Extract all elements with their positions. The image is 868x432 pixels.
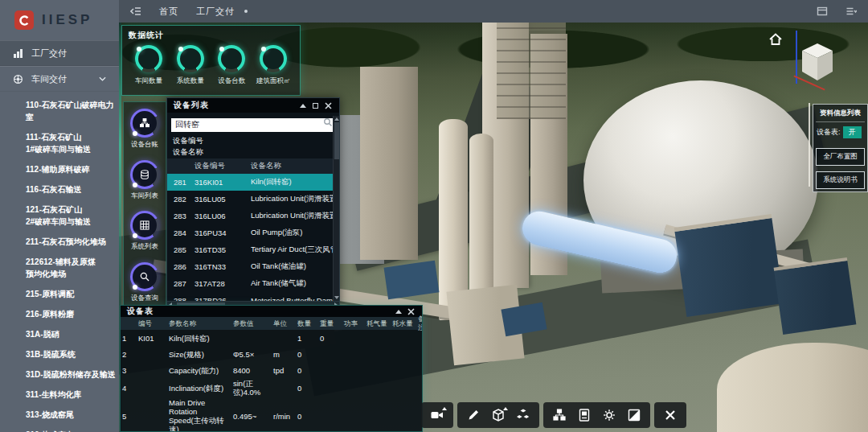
equipment-row[interactable]: 282 316LU05 Lubrication Unit(润滑装置): [167, 191, 333, 208]
param-weight: [318, 387, 342, 389]
sidebar-workshop-item[interactable]: 216-原料粉磨: [24, 308, 119, 320]
menu-home[interactable]: 首页: [159, 6, 178, 18]
dock-workshop-list[interactable]: 车间列表: [130, 160, 159, 201]
sidebar-workshop-item[interactable]: 111-石灰石矿山 1#破碎车间与输送: [24, 131, 119, 155]
brand: IIESP: [0, 0, 119, 40]
dock-equipment-search[interactable]: 设备查询: [130, 262, 159, 303]
sidebar-workshop-item[interactable]: 31D-脱硫粉剂储存及输送: [24, 368, 119, 381]
equipment-row-no: 286: [167, 262, 193, 271]
param-weight: [318, 353, 342, 355]
view-cube[interactable]: [799, 42, 836, 85]
param-water: [391, 415, 416, 417]
device-table-row[interactable]: 1 KI01 Kiln(回转窑) 1 0: [121, 330, 422, 346]
sidebar-workshop-item[interactable]: 110-石灰石矿山破碎电力室: [24, 99, 119, 123]
sidebar-workshop-item[interactable]: 215-原料调配: [24, 288, 119, 300]
collapse-sidebar-icon[interactable]: [130, 6, 141, 17]
sidebar-workshop-item[interactable]: 212612-辅料及原煤 预均化堆场: [24, 256, 119, 280]
gear-button[interactable]: [600, 405, 619, 425]
system-manual-button[interactable]: 系统说明书: [816, 171, 865, 189]
filter-labels: 设备编号 设备名称: [167, 134, 339, 158]
device-table-toggle-row: 设备表: 开: [816, 122, 865, 142]
toggle-label: 设备表:: [817, 127, 841, 138]
vertical-scrollbar[interactable]: [333, 116, 339, 301]
sidebar-workshop-item[interactable]: 316-烧成窑中: [24, 429, 119, 432]
equipment-row[interactable]: 286 316TN33 Oil Tank(储油罐): [167, 258, 333, 275]
close-toolbar-button[interactable]: [661, 405, 680, 425]
search-icon[interactable]: [323, 117, 333, 127]
hierarchy-button[interactable]: [550, 405, 569, 425]
equipment-row-code: 316KI01: [193, 178, 251, 187]
device-table-col: 重量: [318, 319, 342, 329]
equipment-list-titlebar[interactable]: 设备列表: [167, 98, 339, 113]
collapse-icon[interactable]: [298, 101, 307, 110]
equipment-row-no: 287: [167, 279, 193, 288]
device-table-row[interactable]: 3 Capacity(能力) 8400 tpd 0: [121, 362, 422, 378]
device-table-row[interactable]: 5 Main Drive Rotation Speed(主传动转速) 0.495…: [121, 397, 422, 432]
sidebar-item-factory-delivery[interactable]: 工厂交付: [0, 40, 119, 66]
menu-factory-delivery[interactable]: 工厂交付: [196, 6, 235, 18]
equipment-row[interactable]: 281 316KI01 Kiln(回转窑): [167, 174, 333, 191]
cube-explode-button[interactable]: [514, 405, 533, 425]
sidebar-workshop-item-label: 110-石灰石矿山破碎电力室: [24, 99, 119, 123]
sidebar-workshop-item[interactable]: 311-生料均化库: [24, 389, 119, 401]
close-icon[interactable]: [407, 307, 416, 316]
toggle-on-badge[interactable]: 开: [843, 126, 862, 138]
equipment-row[interactable]: 288 317BD26 Moterized Butterfly Dampe: [167, 292, 333, 302]
close-icon[interactable]: [324, 101, 333, 110]
screenshot-card-button[interactable]: [575, 405, 594, 425]
param-value: Φ5.5×: [231, 349, 272, 360]
cube-pan-button[interactable]: [489, 405, 508, 425]
sidebar-workshop-list: 110-石灰石矿山破碎电力室 111-石灰石矿山 1#破碎车间与输送 112-辅…: [0, 92, 119, 432]
scene-light-pole: [809, 103, 810, 187]
gauge-ring: [177, 45, 204, 72]
iiesp-logo-icon: [14, 10, 34, 30]
param-index: 3: [121, 365, 137, 376]
filter-equipment-name[interactable]: 设备名称: [173, 146, 334, 158]
scroll-thumb[interactable]: [334, 122, 339, 159]
sidebar-item-workshop-delivery[interactable]: 车间交付: [0, 66, 119, 92]
equipment-table-header: # 设备编号 设备名称: [167, 158, 333, 174]
equipment-row-name: Moterized Butterfly Dampe: [251, 296, 333, 302]
menu-caret-icon[interactable]: [845, 6, 857, 17]
equipment-row-name: Oil Tank(储油罐): [251, 261, 333, 272]
dock-equipment-ledger[interactable]: 设备台账: [130, 109, 159, 150]
sidebar-workshop-item[interactable]: 112-辅助原料破碎: [24, 163, 119, 175]
param-value: 0.495~: [231, 411, 272, 422]
sidebar-workshop-item[interactable]: 313-烧成窑尾: [24, 409, 119, 421]
sidebar-workshop-item[interactable]: 31A-脱硝: [24, 328, 119, 340]
image-contrast-button[interactable]: [624, 405, 644, 425]
plant-layout-button[interactable]: 全厂布置图: [816, 148, 865, 166]
home-icon[interactable]: [768, 32, 783, 47]
device-table-row[interactable]: 4 Inclination(斜度) sin(正弦)4.0% 0: [121, 378, 422, 397]
sidebar-workshop-item[interactable]: 116-石灰石输送: [24, 183, 119, 195]
filter-equipment-no[interactable]: 设备编号: [173, 135, 334, 146]
sidebar-workshop-item[interactable]: 121-石灰石矿山 2#破碎车间与输送: [24, 204, 119, 228]
equipment-row[interactable]: 285 316TD35 Tertiary Air Duct(三次风管): [167, 241, 333, 258]
gauge-workshop-count: 车间数量: [129, 45, 169, 86]
equipment-row[interactable]: 287 317AT28 Air Tank(储气罐): [167, 275, 333, 292]
panel-icon[interactable]: [817, 6, 828, 17]
device-table-row[interactable]: 2 Size(规格) Φ5.5× m 0: [121, 346, 422, 362]
sidebar-workshop-item[interactable]: 211-石灰石预均化堆场: [24, 236, 119, 248]
equipment-row[interactable]: 283 316LU06 Lubrication Unit(润滑装置): [167, 208, 333, 224]
equipment-row-name: Lubrication Unit(润滑装置): [251, 211, 333, 221]
dock-system-list[interactable]: 系统列表: [130, 211, 159, 252]
param-qty: 1: [296, 333, 318, 344]
device-table-rows: 1 KI01 Kiln(回转窑) 1 0 2 Size(规格): [121, 330, 422, 432]
equipment-row[interactable]: 284 316PU34 Oil Pump(油泵): [167, 224, 333, 241]
scroll-up-icon[interactable]: [334, 117, 339, 121]
collapse-icon[interactable]: [394, 307, 403, 316]
device-table-col: 耗气量: [365, 319, 391, 329]
param-unit: tpd: [272, 365, 296, 376]
param-code: [137, 353, 167, 355]
video-camera-button[interactable]: [428, 405, 447, 425]
device-table-titlebar[interactable]: 设备表: [121, 306, 422, 317]
param-power: [342, 337, 365, 339]
pencil-button[interactable]: [464, 405, 483, 425]
maximize-icon[interactable]: [311, 101, 320, 110]
param-name: Main Drive Rotation Speed(主传动转速): [167, 397, 231, 432]
equipment-search-input[interactable]: [171, 118, 335, 132]
sidebar-workshop-item[interactable]: 31B-脱硫系统: [24, 348, 119, 360]
param-index: 1: [121, 333, 137, 344]
scroll-down-icon[interactable]: [334, 296, 339, 299]
